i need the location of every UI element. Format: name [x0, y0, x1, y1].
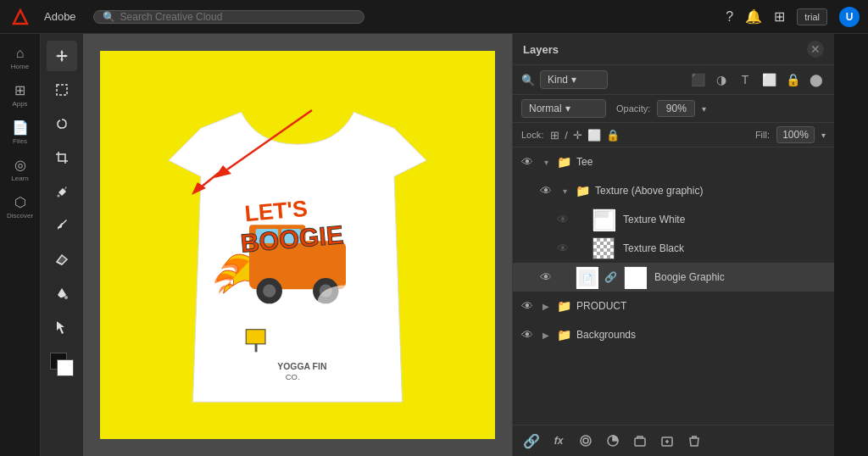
- move-tool[interactable]: [47, 41, 77, 71]
- fx-button[interactable]: fx: [548, 431, 569, 451]
- layer-name-boogie: Boogie Graphic: [654, 271, 827, 283]
- right-overflow-strip: [834, 34, 868, 456]
- cursor-tool[interactable]: [47, 312, 77, 342]
- color-swatch[interactable]: [50, 353, 74, 376]
- opacity-value[interactable]: 90%: [657, 100, 695, 117]
- smart-filter-icon[interactable]: 🔒: [783, 70, 802, 89]
- layer-name-texture-white: Texture White: [623, 214, 827, 225]
- visibility-toggle-boogie[interactable]: 👁: [538, 270, 554, 285]
- delete-layer-button[interactable]: [684, 431, 704, 451]
- svg-point-15: [342, 298, 382, 322]
- fill-arrow[interactable]: ▾: [821, 131, 826, 140]
- help-icon[interactable]: ?: [726, 9, 733, 25]
- sidebar-item-home[interactable]: ⌂ Home: [3, 41, 37, 75]
- bell-icon[interactable]: 🔔: [745, 8, 762, 25]
- add-mask-button[interactable]: [576, 431, 596, 451]
- svg-point-2: [58, 195, 60, 197]
- layer-row-texture-above[interactable]: 👁 ▾ 📁 Texture (Above graphic): [513, 176, 834, 205]
- expand-tee[interactable]: ▾: [540, 156, 552, 168]
- sidebar-label-discover: Discover: [7, 212, 33, 220]
- background-color[interactable]: [57, 359, 74, 376]
- search-icon: 🔍: [103, 11, 115, 23]
- add-adjustment-button[interactable]: [603, 431, 623, 451]
- sidebar-item-discover[interactable]: ⬡ Discover: [3, 190, 37, 224]
- visibility-toggle-product[interactable]: 👁: [520, 298, 535, 314]
- search-input[interactable]: [120, 11, 355, 23]
- blend-opacity-bar: Normal ▾ Opacity: 90% ▾: [513, 95, 834, 123]
- pixel-filter-icon[interactable]: ⬛: [688, 70, 707, 89]
- blend-mode-dropdown[interactable]: Normal ▾: [521, 99, 606, 118]
- lock-label: Lock:: [521, 130, 543, 140]
- lock-move-icon[interactable]: ✛: [573, 129, 582, 142]
- layer-row-texture-white[interactable]: 👁 Texture White: [513, 205, 834, 234]
- search-bar[interactable]: 🔍: [93, 10, 364, 24]
- lock-pixels-icon[interactable]: ⊞: [550, 129, 559, 142]
- text-filter-icon[interactable]: T: [736, 70, 754, 89]
- create-layer-button[interactable]: [657, 431, 677, 451]
- layer-row-boogie-graphic[interactable]: 👁 📄 🔗 Boogie Graphic: [513, 263, 834, 292]
- layer-row-product[interactable]: 👁 ▶ 📁 PRODUCT: [513, 292, 834, 320]
- grid-icon[interactable]: ⊞: [774, 8, 785, 25]
- visibility-toggle-backgrounds[interactable]: 👁: [520, 327, 535, 342]
- panel-close-button[interactable]: ✕: [807, 41, 824, 58]
- opacity-arrow[interactable]: ▾: [702, 104, 706, 114]
- svg-rect-27: [602, 211, 609, 218]
- lock-fill-bar: Lock: ⊞ / ✛ ⬜ 🔒 Fill: 100% ▾: [513, 123, 834, 147]
- create-group-button[interactable]: [630, 431, 650, 451]
- link-icon-boogie: 🔗: [604, 271, 617, 283]
- canvas-area[interactable]: LET'S BOOGIE YOGGA FIN CO.: [83, 34, 512, 456]
- filter-bar: 🔍 Kind ▾ ⬛ ◑ T ⬜ 🔒 ⬤: [513, 65, 834, 95]
- layer-name-texture-above: Texture (Above graphic): [595, 185, 827, 197]
- svg-text:CO.: CO.: [286, 372, 300, 381]
- layer-row-tee[interactable]: 👁 ▾ 📁 Tee: [513, 147, 834, 176]
- files-icon: 📄: [12, 120, 29, 136]
- lock-artboard-icon[interactable]: ⬜: [587, 129, 601, 142]
- expand-texture-above[interactable]: ▾: [559, 185, 570, 197]
- lasso-tool[interactable]: [47, 108, 77, 139]
- crop-tool[interactable]: [47, 142, 77, 173]
- svg-rect-18: [246, 330, 265, 344]
- expand-backgrounds[interactable]: ▶: [540, 329, 552, 341]
- sidebar-item-apps[interactable]: ⊞ Apps: [3, 78, 37, 112]
- visibility-toggle-texture-black[interactable]: 👁: [555, 241, 570, 256]
- fill-value[interactable]: 100%: [776, 126, 815, 143]
- adobe-label: Adobe: [44, 10, 76, 23]
- layer-thumb-texture-white: [593, 209, 615, 231]
- sidebar-item-learn[interactable]: ◎ Learn: [3, 153, 37, 186]
- marquee-tool[interactable]: [47, 75, 77, 105]
- adjustment-filter-icon[interactable]: ◑: [712, 70, 731, 89]
- layer-row-backgrounds[interactable]: 👁 ▶ 📁 Backgrounds: [513, 320, 834, 349]
- user-avatar[interactable]: U: [839, 7, 860, 27]
- svg-text:YOGGA FIN: YOGGA FIN: [277, 362, 326, 371]
- filter-toggle[interactable]: ⬤: [807, 70, 826, 89]
- svg-rect-19: [255, 344, 258, 353]
- visibility-toggle-texture-above[interactable]: 👁: [538, 183, 554, 198]
- tool-panel: [41, 34, 83, 456]
- lock-paint-icon[interactable]: /: [565, 129, 568, 142]
- lock-all-icon[interactable]: 🔒: [606, 129, 620, 142]
- layers-panel: Layers ✕ 🔍 Kind ▾ ⬛ ◑ T ⬜ 🔒 ⬤ Normal ▾: [512, 34, 834, 456]
- sidebar-label-learn: Learn: [11, 175, 28, 182]
- link-layer-button[interactable]: 🔗: [521, 431, 542, 451]
- expand-product[interactable]: ▶: [540, 300, 552, 312]
- apps-icon: ⊞: [14, 82, 25, 98]
- learn-icon: ◎: [14, 157, 26, 173]
- discover-icon: ⬡: [14, 194, 26, 210]
- trial-button[interactable]: trial: [797, 8, 827, 25]
- kind-label: Kind: [548, 74, 568, 86]
- eraser-tool[interactable]: [47, 244, 77, 275]
- eyedropper-tool[interactable]: [47, 176, 77, 207]
- top-bar: Adobe 🔍 ? 🔔 ⊞ trial U: [0, 0, 868, 34]
- shape-filter-icon[interactable]: ⬜: [760, 70, 778, 89]
- sidebar-item-files[interactable]: 📄 Files: [3, 115, 37, 149]
- paint-bucket-tool[interactable]: [47, 278, 77, 309]
- brush-tool[interactable]: [47, 210, 77, 241]
- top-bar-right: ? 🔔 ⊞ trial U: [726, 7, 860, 27]
- visibility-toggle-texture-white[interactable]: 👁: [555, 212, 570, 227]
- folder-icon-tee: 📁: [557, 155, 571, 169]
- svg-rect-1: [57, 85, 67, 95]
- layer-row-texture-black[interactable]: 👁 Texture Black: [513, 234, 834, 263]
- panel-title: Layers: [523, 43, 807, 56]
- kind-filter-dropdown[interactable]: Kind ▾: [540, 70, 608, 89]
- visibility-toggle-tee[interactable]: 👁: [520, 154, 535, 170]
